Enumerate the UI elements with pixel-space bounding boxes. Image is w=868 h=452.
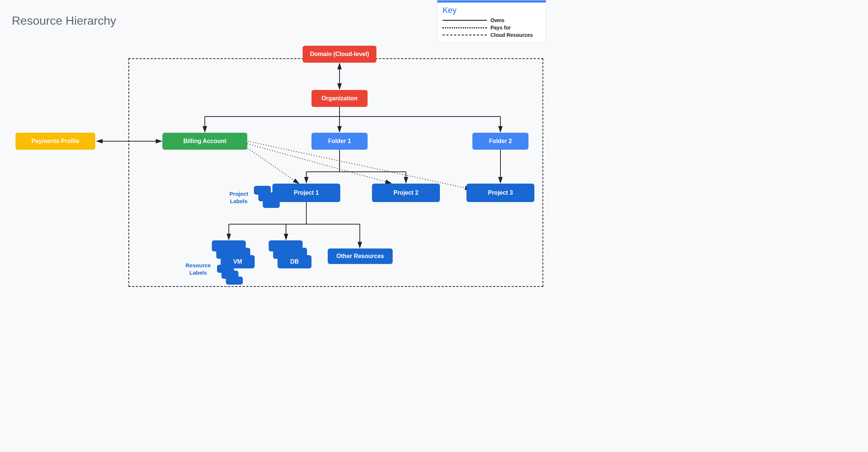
legend-box: Key Owns Pays for Cloud Resources	[437, 0, 546, 43]
legend-label-owns: Owns	[490, 17, 504, 23]
node-domain: Domain (Cloud-level)	[303, 46, 376, 63]
node-other-resources: Other Resources	[328, 248, 393, 264]
resource-label-chip	[226, 277, 243, 285]
legend-row-paysfor: Pays for	[437, 24, 546, 31]
legend-line-dashed	[442, 35, 487, 35]
node-folder1: Folder 1	[311, 133, 368, 150]
legend-row-cloudresources: Cloud Resources	[437, 31, 546, 39]
legend-line-solid	[442, 20, 487, 21]
legend-label-cloudresources: Cloud Resources	[490, 32, 533, 38]
node-project1: Project 1	[272, 184, 340, 202]
legend-label-paysfor: Pays for	[490, 25, 511, 31]
legend-title: Key	[437, 3, 546, 17]
node-project3: Project 3	[466, 184, 534, 202]
node-db: DB	[278, 255, 311, 268]
node-billing-account: Billing Account	[162, 133, 247, 150]
page-title: Resource Hierarchy	[12, 14, 116, 28]
legend-row-owns: Owns	[437, 17, 546, 24]
label-project-labels: Project Labels	[226, 190, 252, 205]
legend-line-dotted	[442, 27, 487, 28]
node-folder2: Folder 2	[472, 133, 528, 150]
node-project2: Project 2	[372, 184, 440, 202]
node-payments-profile: Payments Profile	[16, 133, 95, 150]
label-resource-labels: Resource Labels	[182, 262, 214, 276]
node-organization: Organization	[311, 90, 368, 107]
